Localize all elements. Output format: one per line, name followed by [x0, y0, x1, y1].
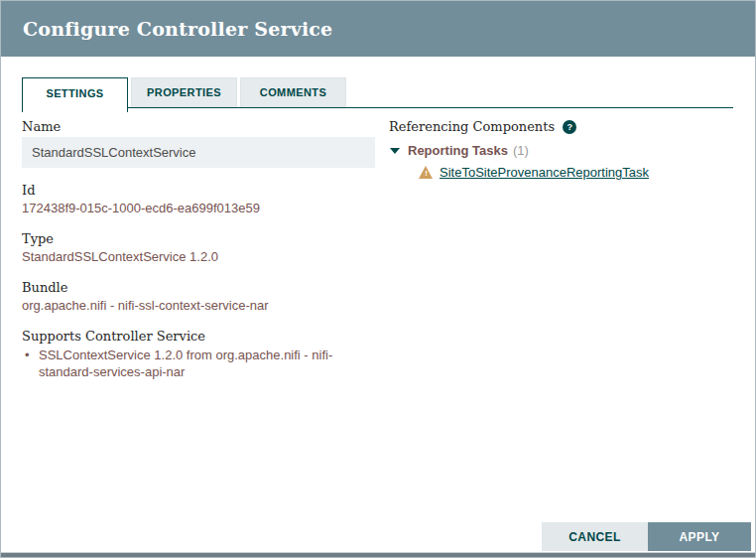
- name-input[interactable]: [22, 137, 375, 168]
- referencing-component-link[interactable]: SiteToSiteProvenanceReportingTask: [440, 165, 649, 180]
- configure-controller-service-dialog: Configure Controller Service SETTINGS PR…: [0, 0, 756, 558]
- tab-underline: [22, 107, 733, 108]
- settings-panel: Name Id 172438f9-015c-1000-ecd6-ea699f01…: [22, 112, 376, 380]
- reporting-tasks-count: (1): [513, 143, 529, 158]
- referencing-components-panel: Referencing Components ? Reporting Tasks…: [389, 112, 733, 180]
- tab-comments[interactable]: COMMENTS: [240, 77, 346, 107]
- dialog-bottom-edge: [1, 552, 755, 557]
- supports-list-item: SSLContextService 1.2.0 from org.apache.…: [22, 347, 364, 380]
- id-value: 172438f9-015c-1000-ecd6-ea699f013e59: [22, 201, 376, 216]
- dialog-footer: CANCEL APPLY: [542, 522, 751, 551]
- bundle-value: org.apache.nifi - nifi-ssl-context-servi…: [22, 298, 376, 314]
- cancel-button[interactable]: CANCEL: [542, 522, 648, 551]
- dialog-header: Configure Controller Service: [1, 1, 755, 57]
- tab-settings[interactable]: SETTINGS: [22, 77, 128, 112]
- supports-controller-service-label: Supports Controller Service: [22, 329, 376, 344]
- name-label: Name: [22, 119, 376, 134]
- type-label: Type: [22, 231, 376, 246]
- tab-properties[interactable]: PROPERTIES: [131, 77, 237, 107]
- type-value: StandardSSLContextService 1.2.0: [22, 249, 376, 265]
- warning-icon: !: [419, 166, 434, 179]
- reporting-tasks-label: Reporting Tasks: [408, 143, 508, 158]
- dialog-title: Configure Controller Service: [1, 1, 755, 57]
- referencing-component-row: ! SiteToSiteProvenanceReportingTask: [389, 165, 733, 180]
- tabbar: SETTINGS PROPERTIES COMMENTS: [22, 77, 733, 108]
- id-label: Id: [22, 183, 376, 198]
- referencing-components-title: Referencing Components: [389, 119, 555, 134]
- supports-list: SSLContextService 1.2.0 from org.apache.…: [22, 347, 376, 380]
- chevron-down-icon[interactable]: [390, 148, 400, 154]
- bundle-label: Bundle: [22, 280, 376, 295]
- apply-button[interactable]: APPLY: [648, 522, 751, 551]
- help-icon[interactable]: ?: [563, 120, 576, 134]
